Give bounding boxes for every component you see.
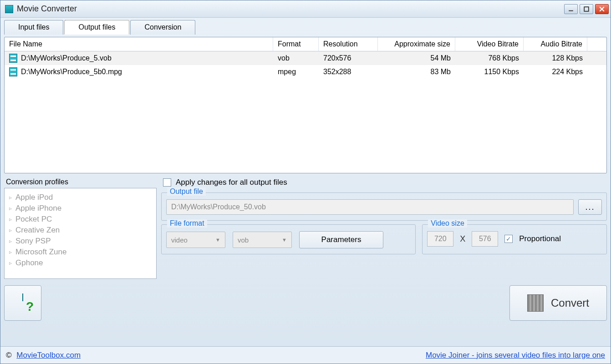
tree-expand-icon: ▹ xyxy=(9,216,12,222)
apply-all-checkbox[interactable] xyxy=(163,178,171,187)
movie-joiner-link[interactable]: Movie Joiner - joins several video files… xyxy=(426,351,605,360)
table-row[interactable]: D:\MyWorks\Produce_5.vob vob 720x576 54 … xyxy=(5,51,606,65)
tab-output-files[interactable]: Output files xyxy=(64,20,129,35)
table-row[interactable]: D:\MyWorks\Produce_5b0.mpg mpeg 352x288 … xyxy=(5,65,606,79)
format-container-select[interactable]: vob ▼ xyxy=(233,232,292,248)
profile-item[interactable]: ▹Creative Zen xyxy=(7,225,153,236)
help-button[interactable]: ? xyxy=(4,285,41,321)
video-size-group: Video size X Proportional xyxy=(422,224,607,254)
tab-conversion[interactable]: Conversion xyxy=(130,20,195,35)
profiles-heading: Conversion profiles xyxy=(6,178,157,186)
window-title: Movie Converter xyxy=(17,4,564,14)
cell-format: mpeg xyxy=(273,66,319,78)
output-path-input[interactable] xyxy=(166,199,574,215)
tree-expand-icon: ▹ xyxy=(9,227,12,233)
cell-abitrate: 128 Kbps xyxy=(524,52,587,64)
chevron-down-icon: ▼ xyxy=(215,237,220,243)
output-file-group: Output file ... xyxy=(161,192,607,221)
film-icon xyxy=(9,67,17,76)
cell-format: vob xyxy=(273,52,319,64)
cell-size: 83 Mb xyxy=(378,66,455,78)
output-files-table: File Name Format Resolution Approximate … xyxy=(4,37,607,173)
col-resolution[interactable]: Resolution xyxy=(319,37,378,51)
proportional-label: Proportional xyxy=(519,234,561,243)
status-bar: © MovieToolbox.com Movie Joiner - joins … xyxy=(0,346,611,364)
format-type-select[interactable]: video ▼ xyxy=(166,232,225,248)
dimension-separator: X xyxy=(460,234,465,244)
cell-abitrate: 224 Kbps xyxy=(524,66,587,78)
tree-expand-icon: ▹ xyxy=(9,205,12,212)
maximize-button[interactable] xyxy=(580,4,593,14)
filmstrip-icon xyxy=(527,294,544,312)
minimize-button[interactable] xyxy=(564,4,578,14)
col-format[interactable]: Format xyxy=(273,37,319,51)
browse-button[interactable]: ... xyxy=(578,199,602,215)
tree-expand-icon: ▹ xyxy=(9,194,12,201)
profile-item[interactable]: ▹Microsoft Zune xyxy=(7,247,153,258)
proportional-checkbox[interactable] xyxy=(504,235,513,243)
cell-size: 54 Mb xyxy=(378,52,455,64)
tab-input-files[interactable]: Input files xyxy=(4,20,63,35)
height-input[interactable] xyxy=(472,231,498,247)
col-audio-bitrate[interactable]: Audio Bitrate xyxy=(524,37,587,51)
profile-item[interactable]: ▹Apple iPhone xyxy=(7,203,153,214)
cell-file-name: D:\MyWorks\Produce_5.vob xyxy=(21,54,112,62)
col-video-bitrate[interactable]: Video Bitrate xyxy=(455,37,524,51)
col-file-name[interactable]: File Name xyxy=(5,37,273,51)
tree-expand-icon: ▹ xyxy=(9,238,12,244)
help-icon: ? xyxy=(15,294,31,312)
parameters-button[interactable]: Parameters xyxy=(299,231,383,248)
app-icon xyxy=(5,5,13,13)
profile-item[interactable]: ▹Sony PSP xyxy=(7,236,153,247)
convert-label: Convert xyxy=(551,297,589,309)
svg-rect-1 xyxy=(584,7,589,11)
col-approx-size[interactable]: Approximate size xyxy=(378,37,455,51)
cell-vbitrate: 1150 Kbps xyxy=(455,66,524,78)
convert-button[interactable]: Convert xyxy=(509,285,607,321)
apply-all-label: Apply changes for all output files xyxy=(176,178,287,187)
file-format-group: File format video ▼ vob ▼ Parameters xyxy=(161,224,416,254)
cell-vbitrate: 768 Kbps xyxy=(455,52,524,64)
app-window: Movie Converter Input files Output files… xyxy=(0,0,611,364)
tree-expand-icon: ▹ xyxy=(9,260,12,266)
file-format-legend: File format xyxy=(167,219,207,228)
titlebar: Movie Converter xyxy=(0,0,611,18)
profile-item[interactable]: ▹Gphone xyxy=(7,258,153,268)
cell-file-name: D:\MyWorks\Produce_5b0.mpg xyxy=(21,68,122,76)
profile-item[interactable]: ▹Apple iPod xyxy=(7,192,153,203)
film-icon xyxy=(9,54,17,63)
tree-expand-icon: ▹ xyxy=(9,249,12,255)
cell-resolution: 352x288 xyxy=(319,66,378,78)
table-header-row: File Name Format Resolution Approximate … xyxy=(5,37,606,51)
video-size-legend: Video size xyxy=(428,219,467,228)
copyright-symbol: © xyxy=(6,351,12,359)
output-file-legend: Output file xyxy=(167,187,206,196)
site-link[interactable]: MovieToolbox.com xyxy=(16,351,81,359)
tab-strip: Input files Output files Conversion xyxy=(2,20,609,35)
profile-item[interactable]: ▹Pocket PC xyxy=(7,214,153,225)
width-input[interactable] xyxy=(427,231,453,247)
close-button[interactable] xyxy=(595,4,609,14)
cell-resolution: 720x576 xyxy=(319,52,378,64)
profiles-tree[interactable]: ▹Apple iPod ▹Apple iPhone ▹Pocket PC ▹Cr… xyxy=(4,188,157,279)
chevron-down-icon: ▼ xyxy=(282,237,287,243)
